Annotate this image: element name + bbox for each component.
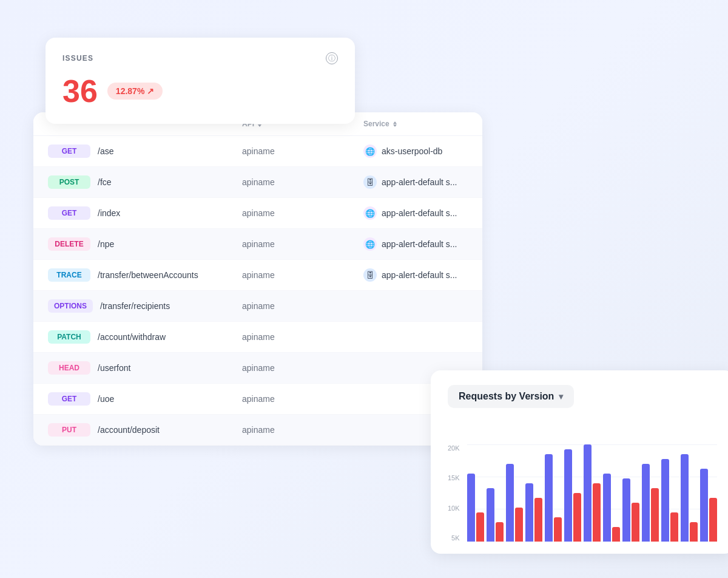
api-cell: apiname (242, 177, 363, 187)
service-cell: 🗄 app-alert-default s... (363, 268, 482, 282)
issues-title: ISSUES (62, 54, 93, 63)
service-cell: 🌐 app-alert-default s... (363, 237, 482, 251)
bar-group (622, 444, 639, 542)
bar-red (612, 527, 620, 542)
y-label-10k: 10K (448, 505, 460, 512)
bar-group (467, 444, 484, 542)
bar-red (632, 503, 639, 542)
method-path: DELETE /npe (48, 237, 242, 251)
api-cell: apiname (242, 146, 363, 156)
bar-group (700, 444, 717, 542)
bar-group (584, 444, 601, 542)
method-badge: PUT (48, 423, 90, 437)
bar-red (651, 488, 659, 542)
method-badge: HEAD (48, 361, 90, 375)
bar-red (690, 522, 698, 542)
path-text: /account/withdraw (98, 332, 166, 342)
method-badge: PATCH (48, 330, 90, 344)
path-text: /userfont (98, 363, 130, 373)
table-row[interactable]: POST /fce apiname 🗄 app-alert-default s.… (33, 167, 482, 198)
y-axis: 20K 15K 10K 5K (448, 444, 460, 542)
method-path: PATCH /account/withdraw (48, 330, 242, 344)
table-row[interactable]: TRACE /transfer/betweenAccounts apiname … (33, 260, 482, 291)
y-label-5k: 5K (448, 534, 460, 542)
bar-blue (661, 459, 669, 542)
method-badge: OPTIONS (48, 299, 93, 313)
bar-red (476, 512, 484, 542)
bar-group (681, 444, 698, 542)
service-cell: 🌐 app-alert-default s... (363, 206, 482, 220)
service-name: app-alert-default s... (382, 177, 457, 187)
bar-blue (545, 454, 553, 542)
bar-red (670, 512, 678, 542)
table-row[interactable]: GET /index apiname 🌐 app-alert-default s… (33, 198, 482, 229)
col-header-service: Service (363, 120, 482, 128)
bar-group (487, 444, 504, 542)
api-cell: apiname (242, 239, 363, 249)
method-path: TRACE /transfer/betweenAccounts (48, 268, 242, 282)
api-cell: apiname (242, 425, 363, 435)
issues-header: ISSUES ⓘ (62, 52, 338, 64)
chart-title-button[interactable]: Requests by Version ▾ (448, 385, 574, 408)
col-service-label: Service (363, 120, 389, 128)
method-path: PUT /account/deposit (48, 423, 242, 437)
bar-blue (642, 464, 650, 542)
table-row[interactable]: GET /ase apiname 🌐 aks-userpool-db 2 (33, 136, 482, 167)
path-text: /index (98, 208, 120, 218)
path-text: /npe (98, 239, 114, 249)
bar-group (545, 444, 562, 542)
bar-red (593, 483, 601, 542)
table-panel: API Service Reque GET /ase apiname 🌐 aks… (33, 112, 482, 446)
bar-red (709, 498, 717, 542)
bar-red (534, 498, 542, 542)
info-icon[interactable]: ⓘ (326, 52, 338, 64)
api-cell: apiname (242, 332, 363, 342)
api-cell: apiname (242, 394, 363, 404)
bar-red (573, 493, 581, 542)
method-badge: GET (48, 392, 90, 406)
method-badge: TRACE (48, 268, 90, 282)
chart-panel: Requests by Version ▾ 20K 15K 10K 5K (431, 370, 728, 554)
service-name: aks-userpool-db (382, 146, 442, 156)
service-sort-icon[interactable] (393, 121, 397, 127)
bar-blue (584, 444, 592, 542)
bar-red (515, 508, 523, 542)
bar-blue (603, 474, 611, 542)
bar-blue (622, 478, 630, 542)
path-text: /fce (98, 177, 112, 187)
method-badge: POST (48, 175, 90, 189)
method-badge: DELETE (48, 237, 90, 251)
service-name: app-alert-default s... (382, 239, 457, 249)
table-row[interactable]: HEAD /userfont apiname (33, 353, 482, 384)
table-row[interactable]: PUT /account/deposit apiname (33, 415, 482, 446)
method-path: OPTIONS /transfer/recipients (48, 299, 242, 313)
service-icon: 🗄 (363, 175, 377, 189)
bar-blue (700, 469, 708, 542)
bar-blue (487, 488, 494, 542)
path-text: /uoe (98, 394, 114, 404)
method-path: GET /index (48, 206, 242, 220)
issues-badge-text: 12.87% ↗ (116, 86, 154, 96)
api-cell: apiname (242, 301, 363, 311)
bar-group (642, 444, 659, 542)
bar-blue (681, 454, 689, 542)
table-row[interactable]: DELETE /npe apiname 🌐 app-alert-default … (33, 229, 482, 260)
y-label-15k: 15K (448, 474, 460, 481)
table-row[interactable]: PATCH /account/withdraw apiname (33, 322, 482, 353)
path-text: /account/deposit (98, 425, 160, 435)
table-row[interactable]: GET /uoe apiname (33, 384, 482, 415)
issues-count-row: 36 12.87% ↗ (62, 75, 338, 107)
api-cell: apiname (242, 270, 363, 280)
bar-group (603, 444, 620, 542)
issues-card: ISSUES ⓘ 36 12.87% ↗ (46, 38, 355, 124)
y-label-20k: 20K (448, 444, 460, 452)
bar-blue (525, 483, 533, 542)
chart-area: 20K 15K 10K 5K (448, 420, 717, 542)
bar-group (661, 444, 678, 542)
method-path: HEAD /userfont (48, 361, 242, 375)
path-text: /transfer/recipients (100, 301, 170, 311)
table-row[interactable]: OPTIONS /transfer/recipients apiname (33, 291, 482, 322)
chart-header: Requests by Version ▾ (448, 385, 717, 408)
issues-badge: 12.87% ↗ (107, 83, 163, 100)
service-cell: 🌐 aks-userpool-db (363, 144, 482, 158)
